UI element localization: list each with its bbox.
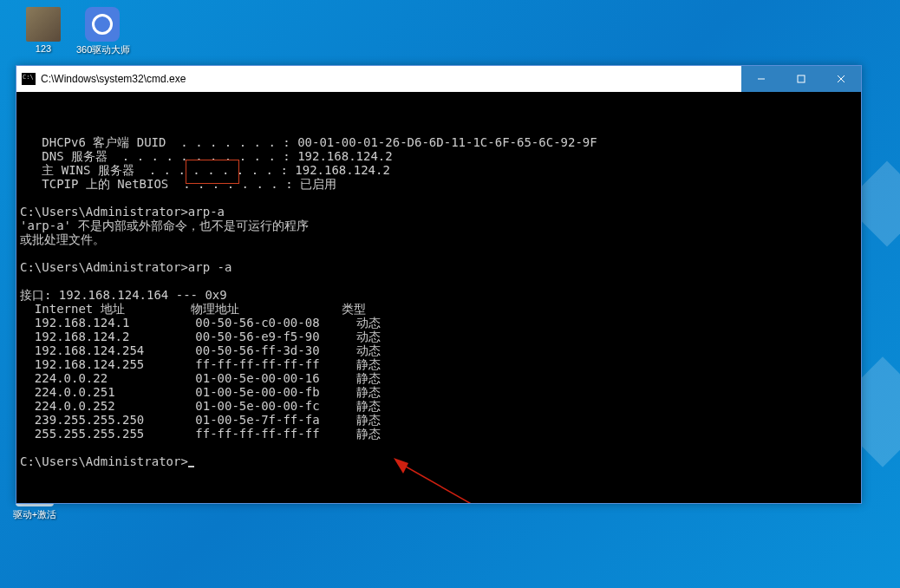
terminal-line: 接口: 192.168.124.164 --- 0x9 — [20, 288, 858, 302]
terminal-line — [20, 274, 858, 288]
cursor — [188, 466, 194, 467]
terminal-line: 224.0.0.252 01-00-5e-00-00-fc 静态 — [20, 399, 858, 413]
terminal-line: 224.0.0.251 01-00-5e-00-00-fb 静态 — [20, 385, 858, 399]
cmd-window: C:\Windows\system32\cmd.exe DHCPv6 客户端 D… — [16, 65, 862, 504]
terminal-line: 192.168.124.255 ff-ff-ff-ff-ff-ff 静态 — [20, 357, 858, 371]
window-title: C:\Windows\system32\cmd.exe — [41, 73, 741, 85]
terminal-line: C:\Users\Administrator>arp -a — [20, 260, 858, 274]
terminal-line: Internet 地址 物理地址 类型 — [20, 302, 858, 316]
desktop-icon-123[interactable]: 123 — [17, 7, 69, 54]
terminal-line: 或批处理文件。 — [20, 232, 858, 246]
icon-label: 123 — [17, 43, 69, 54]
terminal-line: 239.255.255.250 01-00-5e-7f-ff-fa 静态 — [20, 413, 858, 427]
terminal-line — [20, 191, 858, 205]
svg-rect-1 — [798, 75, 805, 82]
maximize-button[interactable] — [781, 66, 821, 92]
terminal-line: DNS 服务器 . . . . . . . . . . . : 192.168.… — [20, 149, 858, 163]
icon-label: 360驱动大师 — [76, 43, 128, 56]
terminal-line: DHCPv6 客户端 DUID . . . . . . . : 00-01-00… — [20, 135, 858, 149]
terminal-line — [20, 441, 858, 454]
close-button[interactable] — [821, 66, 861, 92]
terminal-line — [20, 246, 858, 260]
terminal-line: C:\Users\Administrator>arp-a — [20, 205, 858, 219]
terminal-line: 255.255.255.255 ff-ff-ff-ff-ff-ff 静态 — [20, 427, 858, 441]
terminal-line: 224.0.0.22 01-00-5e-00-00-16 静态 — [20, 371, 858, 385]
cmd-icon — [22, 73, 36, 85]
minimize-button[interactable] — [741, 66, 781, 92]
terminal-line: 192.168.124.254 00-50-56-ff-3d-30 动态 — [20, 343, 858, 357]
terminal-line: TCPIP 上的 NetBIOS . . . . . . . : 已启用 — [20, 177, 858, 191]
terminal-line: C:\Users\Administrator> — [20, 454, 858, 468]
desktop-icon-360driver[interactable]: 360驱动大师 — [76, 7, 128, 56]
folder-icon — [26, 7, 61, 42]
terminal-line: 192.168.124.2 00-50-56-e9-f5-90 动态 — [20, 330, 858, 343]
terminal-line: 192.168.124.1 00-50-56-c0-00-08 动态 — [20, 316, 858, 330]
titlebar[interactable]: C:\Windows\system32\cmd.exe — [16, 66, 861, 92]
icon-label: 驱动+激活 — [9, 508, 61, 521]
terminal-line: 主 WINS 服务器 . . . . . . . . . : 192.168.1… — [20, 163, 858, 177]
app-icon — [85, 7, 120, 42]
terminal-line: 'arp-a' 不是内部或外部命令，也不是可运行的程序 — [20, 219, 858, 232]
terminal-output[interactable]: DHCPv6 客户端 DUID . . . . . . . : 00-01-00… — [16, 92, 861, 503]
svg-line-4 — [400, 463, 623, 503]
